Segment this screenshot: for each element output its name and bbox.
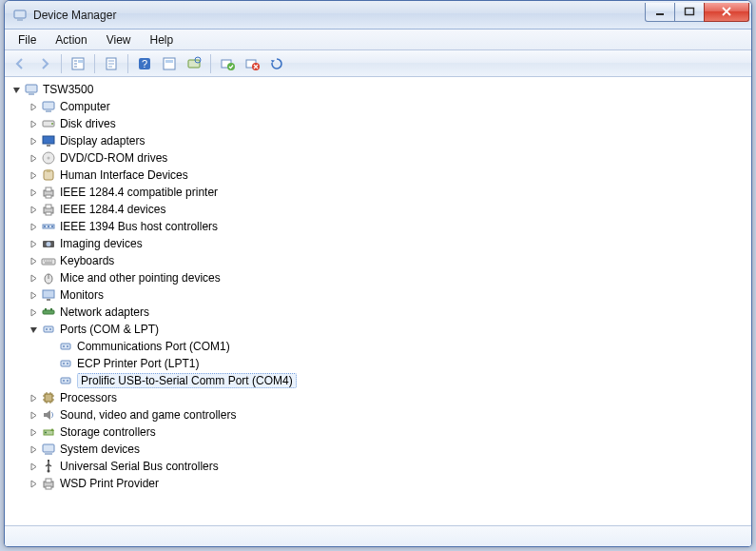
expand-icon [28, 118, 39, 129]
tree-item[interactable]: Display adapters [7, 132, 749, 149]
statusbar [5, 525, 751, 546]
tree-root-item[interactable]: TSW3500 [7, 81, 749, 98]
maximize-button[interactable] [674, 3, 705, 22]
printer-icon [41, 185, 56, 200]
tree-item-label: Keyboards [60, 254, 114, 267]
enable-button[interactable] [216, 52, 239, 75]
expand-icon [28, 152, 39, 164]
tree-item-label: DVD/CD-ROM drives [60, 151, 167, 165]
sound-icon [41, 407, 56, 423]
forward-button[interactable] [33, 52, 56, 75]
update-driver-button[interactable] [158, 52, 181, 75]
tree-item[interactable]: IEEE 1284.4 compatible printer [7, 184, 749, 201]
tree-item[interactable]: IEEE 1394 Bus host controllers [7, 218, 749, 235]
expand-icon [28, 306, 39, 318]
tree-item-label: Ports (COM & LPT) [60, 323, 159, 336]
tree-item[interactable]: Storage controllers [7, 423, 749, 441]
tree-item-label: Disk drives [60, 117, 116, 130]
toolbar-separator [210, 54, 211, 73]
menu-file[interactable]: File [9, 31, 46, 49]
show-hidden-button[interactable] [67, 52, 89, 75]
tree-item[interactable]: Network adapters [7, 304, 749, 321]
menu-action[interactable]: Action [46, 31, 96, 49]
tree-item[interactable]: Processors [7, 389, 749, 406]
expand-icon [28, 169, 39, 181]
menubar: File Action View Help [5, 30, 751, 50]
tree-item[interactable]: WSD Print Provider [7, 475, 749, 492]
menu-view[interactable]: View [97, 31, 141, 49]
mouse-icon [41, 270, 56, 285]
tree-item-label: Processors [60, 391, 117, 404]
expand-icon [28, 392, 39, 403]
tree-item[interactable]: Mice and other pointing devices [7, 269, 749, 286]
expand-icon [28, 443, 39, 455]
tree-item-label: Prolific USB-to-Serial Comm Port (COM4) [77, 373, 297, 388]
expand-icon [28, 409, 39, 421]
tree-item[interactable]: Communications Port (COM1) [7, 338, 749, 355]
expand-icon [45, 358, 56, 369]
tree-item-label: IEEE 1284.4 compatible printer [60, 186, 218, 199]
dvd-icon [41, 150, 56, 166]
window-title: Device Manager [33, 9, 646, 22]
tree-item[interactable]: Imaging devices [7, 235, 749, 252]
expand-icon [28, 478, 39, 489]
port-icon [41, 322, 56, 337]
expand-icon [28, 272, 39, 284]
tree-item[interactable]: System devices [7, 441, 749, 458]
port-icon [58, 356, 73, 371]
bus-icon [41, 219, 56, 234]
tree-item-label: Storage controllers [60, 425, 156, 439]
tree-item-label: System devices [60, 443, 140, 456]
collapse-icon[interactable] [28, 324, 39, 335]
tree-item-label: IEEE 1284.4 devices [60, 203, 165, 216]
expand-icon [28, 204, 39, 215]
tree-item-label: Network adapters [60, 305, 149, 319]
tree-item-label: ECP Printer Port (LPT1) [77, 357, 199, 370]
scan-hardware-button[interactable] [183, 52, 205, 75]
tree-item[interactable]: Disk drives [7, 115, 749, 132]
toolbar-separator [94, 54, 95, 73]
tree-item-label: Communications Port (COM1) [77, 340, 230, 353]
device-tree-pane[interactable]: TSW3500ComputerDisk drivesDisplay adapte… [5, 77, 751, 525]
printer-icon [41, 202, 56, 217]
tree-item[interactable]: Keyboards [7, 252, 749, 269]
collapse-icon[interactable] [10, 84, 22, 95]
expand-icon [45, 375, 56, 386]
help-button[interactable] [133, 52, 156, 75]
minimize-button[interactable] [645, 3, 675, 22]
tree-item-label: Monitors [60, 288, 104, 302]
tree-item[interactable]: ECP Printer Port (LPT1) [7, 355, 749, 372]
tree-item-label: Sound, video and game controllers [60, 408, 236, 422]
usb-icon [41, 459, 56, 474]
tree-item[interactable]: Ports (COM & LPT) [7, 321, 749, 338]
tree-item[interactable]: Universal Serial Bus controllers [7, 458, 749, 475]
tree-item[interactable]: Sound, video and game controllers [7, 406, 749, 423]
expand-icon [28, 221, 39, 232]
tree-item[interactable]: IEEE 1284.4 devices [7, 201, 749, 218]
tree-item[interactable]: DVD/CD-ROM drives [7, 149, 749, 167]
tree-item[interactable]: Prolific USB-to-Serial Comm Port (COM4) [7, 372, 749, 389]
tree-item[interactable]: Monitors [7, 286, 749, 304]
port-icon [58, 339, 73, 354]
expand-icon [28, 255, 39, 266]
tree-item-label: Human Interface Devices [60, 168, 188, 182]
tree-item[interactable]: Human Interface Devices [7, 167, 749, 184]
printer-icon [41, 476, 56, 491]
computer-icon [24, 82, 39, 97]
expand-icon [28, 426, 39, 438]
tree-item-label: Computer [60, 100, 110, 113]
properties-button[interactable] [100, 52, 123, 75]
menu-help[interactable]: Help [141, 31, 184, 49]
computer-icon [41, 99, 56, 114]
close-button[interactable] [704, 3, 749, 22]
titlebar[interactable]: Device Manager [5, 1, 751, 30]
tree-item-label: TSW3500 [43, 83, 93, 96]
toolbar-separator [127, 54, 128, 73]
tree-item[interactable]: Computer [7, 98, 749, 115]
uninstall-button[interactable] [241, 52, 263, 75]
refresh-button[interactable] [265, 52, 288, 75]
expand-icon [45, 341, 56, 352]
tree-item-label: IEEE 1394 Bus host controllers [60, 220, 218, 233]
storage-icon [41, 424, 56, 440]
back-button[interactable] [9, 52, 31, 75]
